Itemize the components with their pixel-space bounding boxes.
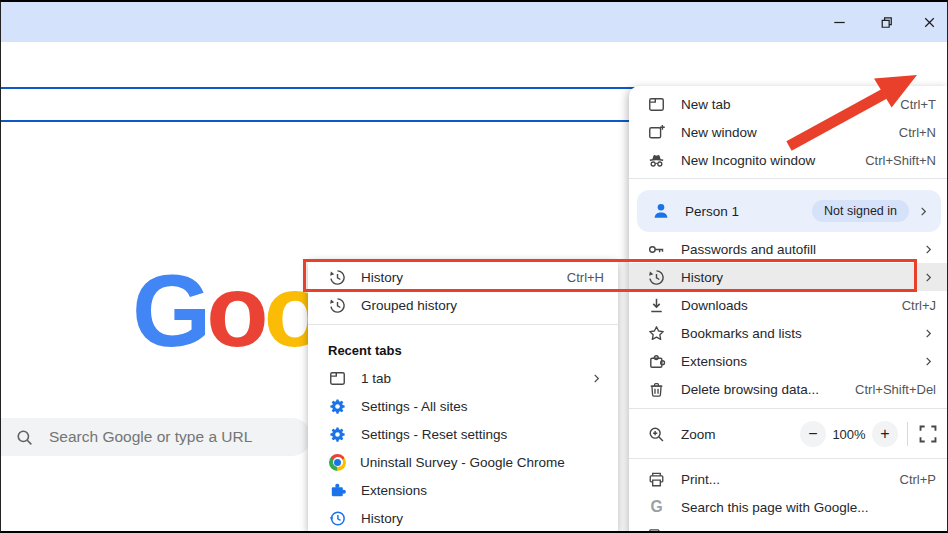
restore-button[interactable] (870, 9, 902, 35)
menu-item-label: Print... (681, 472, 720, 487)
submenu-item-grouped-history[interactable]: Grouped history (308, 291, 618, 319)
menu-item-new-tab[interactable]: New tab Ctrl+T (629, 90, 948, 118)
menu-item-label: Translate... (681, 528, 748, 533)
menu-item-label: Extensions (681, 354, 747, 369)
chrome-logo-icon (329, 454, 346, 471)
menu-item-label: Delete browsing data... (681, 382, 819, 397)
recent-tabs-header: Recent tabs (308, 338, 618, 362)
menu-item-extensions[interactable]: Extensions (629, 347, 948, 375)
submenu-item-label: Extensions (361, 483, 427, 498)
menu-item-profile[interactable]: Person 1 Not signed in (637, 190, 941, 232)
history-icon (647, 268, 666, 287)
trash-icon (647, 380, 666, 399)
tab-icon (328, 369, 347, 388)
puzzle-icon (647, 352, 666, 371)
browser-toolbar (1, 42, 947, 88)
submenu-item-label: Settings - All sites (361, 399, 468, 414)
chrome-main-menu: New tab Ctrl+T New window Ctrl+N New Inc… (629, 86, 948, 533)
submenu-item-extensions[interactable]: Extensions (308, 476, 618, 504)
submenu-item-label: History (361, 270, 403, 285)
chevron-right-icon (921, 270, 936, 285)
menu-item-bookmarks-lists[interactable]: Bookmarks and lists (629, 319, 948, 347)
menu-item-history[interactable]: History (629, 263, 948, 291)
menu-item-search-page-with-google[interactable]: Search this page with Google... (629, 493, 948, 521)
menu-item-translate[interactable]: Translate... (629, 521, 948, 533)
submenu-item-1-tab[interactable]: 1 tab (308, 364, 618, 392)
puzzle-icon (328, 481, 347, 500)
menu-item-delete-browsing-data[interactable]: Delete browsing data... Ctrl+Shift+Del (629, 375, 948, 403)
zoom-separator (907, 422, 908, 446)
profile-name: Person 1 (685, 204, 739, 219)
submenu-item-label: 1 tab (361, 371, 391, 386)
submenu-item-history[interactable]: History Ctrl+H (308, 263, 618, 291)
close-button[interactable] (913, 9, 945, 35)
menu-item-label: New Incognito window (681, 153, 815, 168)
submenu-item-settings-reset-settings[interactable]: Settings - Reset settings (308, 420, 618, 448)
menu-separator (629, 408, 948, 409)
minimize-button[interactable] (823, 9, 855, 35)
gear-icon (328, 425, 347, 444)
browser-window: Goog New tab Ctrl+T New window Ctrl+N Ne… (0, 0, 948, 533)
chevron-right-icon (916, 204, 931, 219)
zoom-decrease-button[interactable]: − (800, 421, 826, 447)
chevron-right-icon (589, 371, 604, 386)
new-tab-icon (647, 95, 666, 114)
minimize-icon (830, 13, 849, 32)
search-magnifier-icon (15, 428, 34, 447)
close-icon (920, 13, 939, 32)
new-window-icon (647, 123, 666, 142)
signin-status-badge: Not signed in (812, 200, 909, 222)
submenu-item-history-page[interactable]: History (308, 504, 618, 532)
menu-item-label: History (681, 270, 723, 285)
submenu-item-settings-all-sites[interactable]: Settings - All sites (308, 392, 618, 420)
history-icon (328, 296, 347, 315)
submenu-item-uninstall-survey[interactable]: Uninstall Survey - Google Chrome (308, 448, 618, 476)
chevron-right-icon (921, 242, 936, 257)
history-clock-icon (328, 509, 347, 528)
window-titlebar (1, 2, 947, 42)
menu-item-downloads[interactable]: Downloads Ctrl+J (629, 291, 948, 319)
gear-icon (328, 397, 347, 416)
menu-item-passwords-autofill[interactable]: Passwords and autofill (629, 235, 948, 263)
logo-letter: G (132, 254, 206, 368)
restore-icon (877, 13, 896, 32)
menu-separator (629, 458, 948, 459)
menu-item-label: New tab (681, 97, 731, 112)
menu-separator (629, 178, 948, 179)
ntp-search-input[interactable] (47, 427, 311, 447)
history-icon (328, 268, 347, 287)
zoom-label: Zoom (681, 427, 716, 442)
shortcut-label: Ctrl+H (567, 270, 604, 285)
zoom-increase-button[interactable]: + (872, 421, 898, 447)
logo-letter: o (206, 254, 263, 368)
shortcut-label: Ctrl+J (902, 298, 936, 313)
key-icon (647, 240, 666, 259)
star-icon (647, 324, 666, 343)
shortcut-label: Ctrl+Shift+N (865, 153, 936, 168)
submenu-item-label: Grouped history (361, 298, 457, 313)
download-icon (647, 296, 666, 315)
shortcut-label: Ctrl+N (899, 125, 936, 140)
shortcut-label: Ctrl+Shift+Del (855, 382, 936, 397)
ntp-search-box[interactable] (0, 418, 311, 456)
submenu-item-label: Settings - Reset settings (361, 427, 507, 442)
menu-item-label: New window (681, 125, 757, 140)
menu-item-new-window[interactable]: New window Ctrl+N (629, 118, 948, 146)
fullscreen-icon[interactable] (917, 423, 939, 445)
address-bar-input[interactable] (17, 92, 701, 120)
submenu-item-label: History (361, 511, 403, 526)
menu-item-label: Bookmarks and lists (681, 326, 802, 341)
menu-item-label: Downloads (681, 298, 748, 313)
google-g-icon (647, 498, 666, 517)
menu-item-zoom: Zoom − 100% + (629, 414, 948, 454)
menu-item-new-incognito-window[interactable]: New Incognito window Ctrl+Shift+N (629, 146, 948, 174)
shortcut-label: Ctrl+T (900, 97, 936, 112)
shortcut-label: Ctrl+P (900, 472, 936, 487)
submenu-separator (308, 324, 618, 325)
chevron-right-icon (921, 326, 936, 341)
menu-item-print[interactable]: Print... Ctrl+P (629, 465, 948, 493)
incognito-icon (647, 151, 666, 170)
zoom-level-value: 100% (826, 427, 872, 442)
chevron-right-icon (921, 354, 936, 369)
translate-icon (647, 526, 666, 533)
